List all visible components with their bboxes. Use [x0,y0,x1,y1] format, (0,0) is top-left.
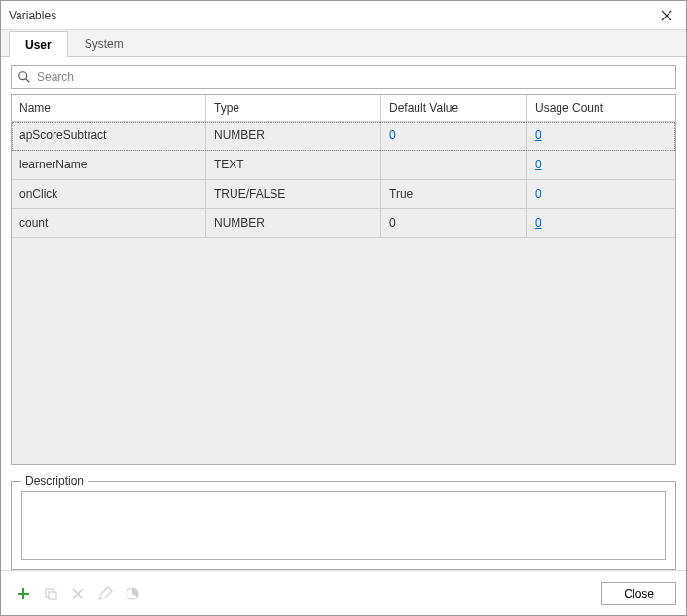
usage-link[interactable]: 0 [535,187,542,200]
plus-icon [16,586,31,601]
cell-type: TEXT [206,151,381,179]
cell-name: count [12,209,206,237]
cell-name: learnerName [12,151,206,179]
cell-default: 0 [381,122,527,150]
window-title: Variables [9,9,56,22]
description-label: Description [21,474,88,488]
usage-button[interactable] [120,581,145,606]
tab-system[interactable]: System [68,30,140,56]
usage-link[interactable]: 0 [535,158,542,171]
close-icon [661,10,672,21]
cell-type: NUMBER [206,122,381,150]
window-close-button[interactable] [655,10,678,21]
pencil-icon [97,586,113,601]
cell-name: apScoreSubtract [12,122,206,150]
usage-link[interactable]: 0 [535,216,542,230]
description-group: Description [11,481,676,570]
search-box[interactable] [11,65,676,89]
duplicate-button[interactable] [38,581,63,606]
search-input[interactable] [37,70,669,84]
usage-link[interactable]: 0 [535,128,542,142]
cell-usage: 0 [527,122,675,150]
cell-name: onClick [12,180,206,208]
cell-usage: 0 [527,209,675,237]
svg-rect-3 [49,592,56,599]
add-variable-button[interactable] [11,581,36,606]
column-header-name[interactable]: Name [12,95,206,121]
tab-user[interactable]: User [9,31,68,57]
delete-button[interactable] [65,581,90,606]
column-header-type[interactable]: Type [206,95,381,121]
description-textarea[interactable] [21,491,666,560]
table-row[interactable]: onClickTRUE/FALSETrue0 [12,180,675,209]
footer-toolbar [11,581,145,606]
column-header-default[interactable]: Default Value [381,95,527,121]
tabs-bar: User System [1,30,686,57]
cell-usage: 0 [527,180,675,208]
column-header-usage[interactable]: Usage Count [527,95,675,121]
svg-point-0 [19,72,27,80]
table-row[interactable]: countNUMBER00 [12,209,675,238]
svg-line-1 [26,79,30,83]
variables-table: Name Type Default Value Usage Count apSc… [11,94,676,465]
delete-icon [70,586,86,601]
table-row[interactable]: apScoreSubtractNUMBER00 [12,122,675,151]
pie-icon [125,586,140,601]
cell-default: True [381,180,527,208]
cell-usage: 0 [527,151,675,179]
close-button[interactable]: Close [601,582,676,605]
cell-type: NUMBER [206,209,381,237]
search-icon [18,70,31,84]
cell-default [381,151,527,179]
cell-default: 0 [381,209,527,237]
edit-button[interactable] [92,581,118,606]
duplicate-icon [43,586,58,601]
cell-type: TRUE/FALSE [206,180,381,208]
table-row[interactable]: learnerNameTEXT0 [12,151,675,180]
